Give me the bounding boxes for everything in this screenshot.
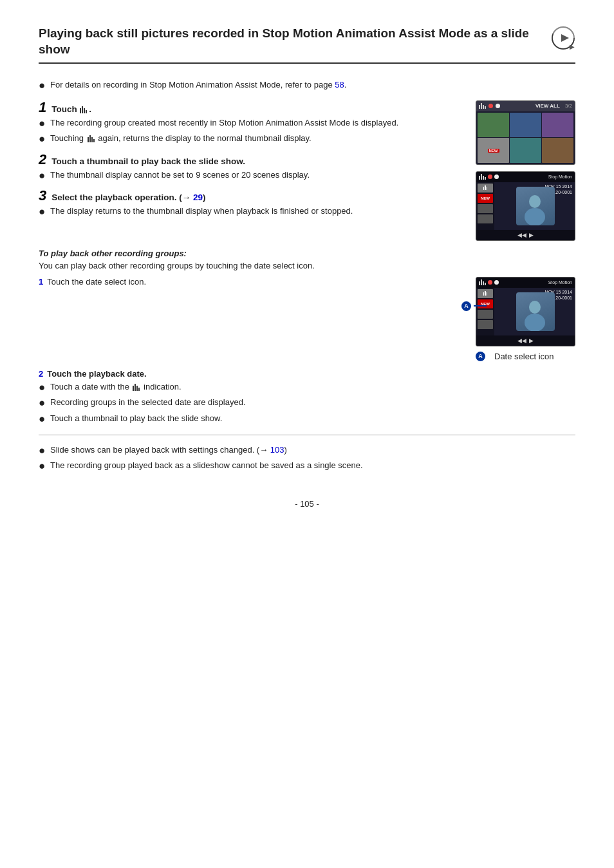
substep1-number: 1: [39, 277, 43, 287]
divider: [39, 435, 575, 435]
mode-indicator2: [494, 175, 499, 179]
callout-a: A: [461, 301, 471, 311]
btn-motion: [478, 184, 493, 193]
page-number: - 105 -: [39, 499, 575, 509]
camera-screen-2: Stop Motion NEW NOV 15 2014 120-0001: [476, 171, 575, 241]
new-label: NEW: [488, 149, 499, 153]
btn3-empty1: [478, 310, 493, 319]
step-3-title: Select the playback operation. (→ 29): [51, 193, 205, 202]
step-1-number: 1: [39, 100, 46, 115]
btn-empty2: [478, 214, 493, 223]
nav-prev: ◀◀: [517, 232, 526, 238]
bullet-dot: ●: [39, 79, 48, 92]
note2: The recording group played back as a sli…: [50, 460, 363, 471]
screen3-main: [496, 288, 575, 335]
substep1-title: Touch the date select icon.: [47, 277, 146, 287]
person-thumbnail: [516, 187, 555, 225]
mode-indicator: [496, 104, 500, 108]
mode-indicator3: [494, 280, 499, 285]
bullet-dot: ●: [39, 413, 48, 426]
playback-mode-icon: ▶: [551, 26, 575, 52]
date-select-label: Date select icon: [494, 352, 554, 361]
substep2-bullet3: Touch a thumbnail to play back the slide…: [50, 413, 222, 424]
btn-empty1: [478, 204, 493, 213]
thumb3: [542, 113, 573, 138]
person-thumbnail3: [516, 292, 555, 331]
intro-text: For details on recording in Stop Motion …: [50, 79, 346, 91]
subsection-title: To play back other recording groups:: [39, 249, 575, 258]
page-link-29[interactable]: 29: [193, 193, 203, 202]
bullet-dot: ●: [39, 133, 48, 146]
bullet-dot: ●: [39, 117, 48, 130]
page-link-58[interactable]: 58: [335, 80, 344, 90]
substep2-bullet1: Touch a date with the indication.: [50, 381, 181, 393]
bullet-dot: ●: [39, 381, 48, 394]
bullet-dot: ●: [39, 397, 48, 410]
callout-a-label-icon: A: [476, 352, 485, 361]
rec-indicator2: [488, 175, 492, 179]
callout-a-indicator: A: [461, 301, 487, 311]
screen3-topbar: Stop Motion: [476, 278, 575, 288]
step-2-title: Touch a thumbnail to play back the slide…: [51, 156, 245, 166]
nav-play: ▶: [529, 232, 534, 238]
step-3-number: 3: [39, 189, 46, 203]
svg-text:▶: ▶: [570, 43, 575, 50]
thumb4-new: NEW: [478, 138, 509, 163]
thumb6: [542, 138, 573, 163]
thumb2: [510, 113, 541, 138]
step-1-title: Touch .: [51, 104, 91, 114]
thumb5: [510, 138, 541, 163]
bullet-dot: ●: [39, 460, 48, 473]
svg-point-7: [525, 314, 545, 331]
camera-screen-1: VIEW ALL 3/2 NEW: [476, 100, 575, 165]
notes-section: ● Slide shows can be played back with se…: [39, 444, 575, 473]
btn3-motion: [478, 289, 493, 298]
camera-screen-3: Stop Motion NEW: [476, 277, 575, 346]
svg-marker-2: [561, 34, 569, 42]
btn-new: NEW: [478, 194, 493, 203]
screen2-label: Stop Motion: [548, 175, 572, 179]
step2-bullet1: The thumbnail display cannot be set to 9…: [50, 169, 310, 181]
page-title: Playing back still pictures recorded in …: [39, 26, 575, 64]
nav3-prev: ◀◀: [517, 337, 526, 344]
screen2-controls: ◀◀ ▶: [476, 230, 575, 240]
substep2-bullet2: Recording groups in the selected date ar…: [50, 397, 246, 408]
rec-indicator3: [488, 280, 492, 285]
subsection-intro: You can play back other recording groups…: [39, 261, 575, 270]
note1: Slide shows can be played back with sett…: [50, 444, 287, 456]
btn3-empty2: [478, 320, 493, 329]
nav3-play: ▶: [529, 337, 534, 344]
date-select-row: A Date select icon: [476, 352, 575, 361]
substep2-title: Touch the playback date.: [47, 369, 146, 379]
bullet-dot: ●: [39, 169, 48, 182]
screen3-controls: ◀◀ ▶: [476, 335, 575, 346]
page-link-103[interactable]: 103: [270, 445, 284, 455]
screen1-label: VIEW ALL: [535, 103, 560, 109]
svg-point-6: [529, 301, 541, 314]
screen1-thumbnails: NEW: [476, 111, 575, 164]
screen2-sidebar: NEW: [476, 182, 494, 230]
thumb1: [478, 113, 509, 138]
bullet-dot: ●: [39, 205, 48, 218]
svg-point-5: [525, 208, 545, 225]
screen3-sidebar: NEW: [476, 288, 494, 335]
step3-bullet1: The display returns to the thumbnail dis…: [50, 205, 353, 217]
step1-bullet2: Touching again, returns the display to t…: [50, 133, 312, 144]
screen2-topbar: Stop Motion: [476, 172, 575, 182]
screen2-main: [496, 182, 575, 230]
step-2-number: 2: [39, 153, 46, 167]
screen3-label: Stop Motion: [548, 280, 572, 285]
substep2-number: 2: [39, 369, 43, 379]
rec-indicator: [488, 104, 493, 108]
bullet-dot: ●: [39, 444, 48, 457]
svg-point-4: [529, 195, 541, 208]
step1-bullet1: The recording group created most recentl…: [50, 117, 398, 129]
screen1-count: 3/2: [565, 103, 572, 109]
